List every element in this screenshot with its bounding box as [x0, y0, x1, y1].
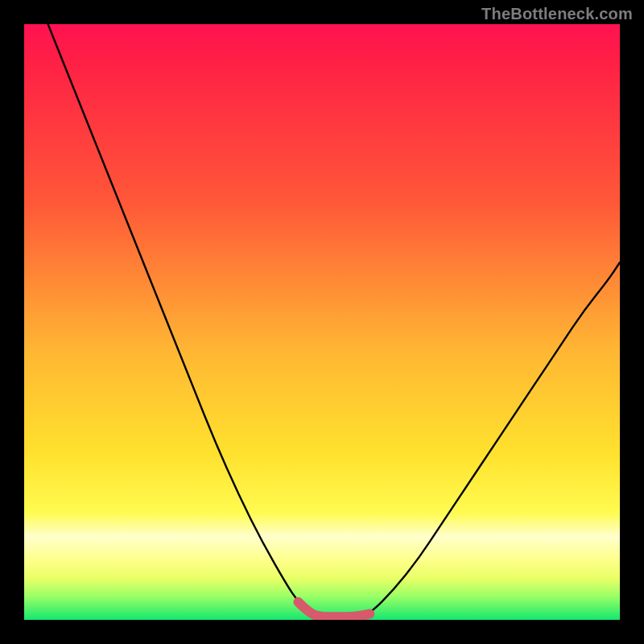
- valley-highlight: [298, 602, 369, 617]
- plot-area: [24, 24, 620, 620]
- bottleneck-curve: [48, 24, 620, 617]
- curve-layer: [24, 24, 620, 620]
- chart-frame: TheBottleneck.com: [0, 0, 644, 644]
- watermark-text: TheBottleneck.com: [481, 5, 633, 23]
